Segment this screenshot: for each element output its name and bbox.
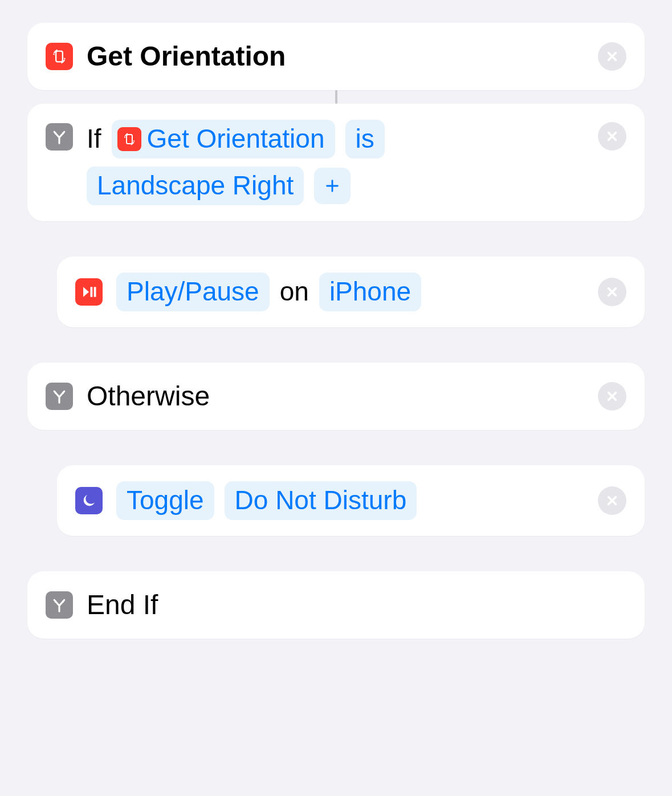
orientation-icon xyxy=(117,127,141,151)
if-variable-label: Get Orientation xyxy=(147,122,325,156)
dnd-mode-pill[interactable]: Toggle xyxy=(116,481,214,520)
action-get-orientation[interactable]: Get Orientation xyxy=(27,23,645,90)
moon-icon xyxy=(75,487,103,514)
action-end-if[interactable]: End If xyxy=(27,571,645,639)
svg-marker-6 xyxy=(124,136,125,138)
if-operator-pill[interactable]: is xyxy=(345,120,385,159)
svg-marker-1 xyxy=(53,53,55,55)
branch-icon xyxy=(46,123,73,151)
dnd-focus-pill[interactable]: Do Not Disturb xyxy=(225,481,417,520)
play-pause-icon xyxy=(75,278,103,306)
otherwise-label: Otherwise xyxy=(87,379,210,414)
connector-line xyxy=(335,90,337,104)
play-device-pill[interactable]: iPhone xyxy=(319,273,421,311)
dnd-focus-label: Do Not Disturb xyxy=(235,484,407,518)
dnd-mode-label: Toggle xyxy=(127,484,204,518)
end-if-label: End If xyxy=(87,587,158,623)
svg-rect-0 xyxy=(56,51,63,62)
svg-rect-9 xyxy=(94,287,96,297)
add-condition-button[interactable] xyxy=(314,168,351,204)
svg-rect-5 xyxy=(127,135,132,144)
play-mode-pill[interactable]: Play/Pause xyxy=(116,273,270,311)
delete-action-button[interactable] xyxy=(598,42,626,71)
action-title: Get Orientation xyxy=(87,39,286,74)
if-value-label: Landscape Right xyxy=(97,169,294,203)
if-variable-pill[interactable]: Get Orientation xyxy=(112,120,335,159)
play-connector-text: on xyxy=(280,275,309,309)
branch-icon xyxy=(46,591,73,619)
delete-action-button[interactable] xyxy=(598,278,626,306)
play-device-label: iPhone xyxy=(329,275,411,309)
play-mode-label: Play/Pause xyxy=(127,275,259,309)
action-play-pause[interactable]: Play/Pause on iPhone xyxy=(57,257,645,327)
branch-icon xyxy=(46,383,73,410)
orientation-icon xyxy=(46,43,73,70)
svg-rect-8 xyxy=(91,287,93,297)
delete-action-button[interactable] xyxy=(598,486,626,515)
if-keyword: If xyxy=(87,122,101,156)
action-if[interactable]: If Get Orientation is Landscape Right xyxy=(27,104,645,221)
delete-action-button[interactable] xyxy=(598,382,626,411)
action-do-not-disturb[interactable]: Toggle Do Not Disturb xyxy=(57,465,645,536)
if-operator-label: is xyxy=(356,122,374,156)
action-otherwise[interactable]: Otherwise xyxy=(27,363,645,430)
delete-action-button[interactable] xyxy=(598,122,626,151)
if-value-pill[interactable]: Landscape Right xyxy=(87,166,304,205)
svg-marker-2 xyxy=(64,58,66,60)
svg-marker-7 xyxy=(133,140,135,142)
